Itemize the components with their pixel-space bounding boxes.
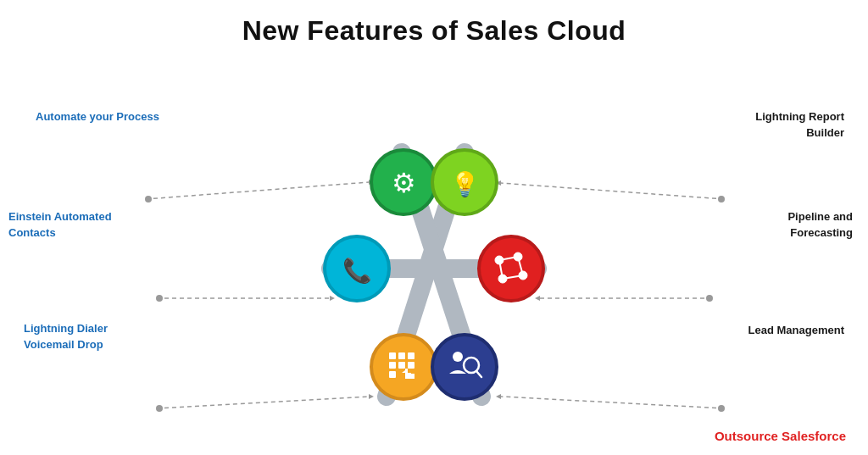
svg-rect-40 bbox=[389, 362, 396, 369]
svg-line-3 bbox=[146, 182, 369, 199]
svg-rect-42 bbox=[408, 362, 415, 369]
svg-marker-19 bbox=[496, 394, 501, 399]
svg-marker-7 bbox=[330, 296, 335, 301]
svg-text:💡: 💡 bbox=[450, 170, 480, 198]
page-container: New Features of Sales Cloud Automate you… bbox=[0, 0, 868, 455]
svg-rect-41 bbox=[398, 362, 405, 369]
page-title: New Features of Sales Cloud bbox=[0, 0, 868, 47]
svg-line-18 bbox=[501, 397, 724, 408]
svg-text:📞: 📞 bbox=[342, 257, 372, 285]
svg-line-9 bbox=[157, 397, 369, 408]
svg-point-27 bbox=[479, 236, 543, 301]
svg-point-14 bbox=[718, 196, 725, 203]
svg-point-17 bbox=[706, 295, 713, 302]
svg-text:⚙: ⚙ bbox=[392, 168, 416, 198]
svg-point-20 bbox=[718, 405, 725, 412]
svg-point-8 bbox=[156, 295, 163, 302]
svg-rect-38 bbox=[398, 352, 405, 359]
svg-point-11 bbox=[156, 405, 163, 412]
diagram-svg: ⚙ 💡 📞 bbox=[0, 68, 868, 441]
svg-line-12 bbox=[501, 183, 724, 199]
svg-marker-10 bbox=[369, 394, 374, 399]
brand-label: Outsource Salesforce bbox=[715, 429, 846, 443]
svg-point-5 bbox=[145, 196, 152, 203]
svg-rect-39 bbox=[408, 352, 415, 359]
svg-point-45 bbox=[453, 352, 463, 362]
svg-rect-37 bbox=[389, 352, 396, 359]
svg-marker-16 bbox=[535, 296, 540, 301]
svg-rect-43 bbox=[389, 371, 396, 378]
